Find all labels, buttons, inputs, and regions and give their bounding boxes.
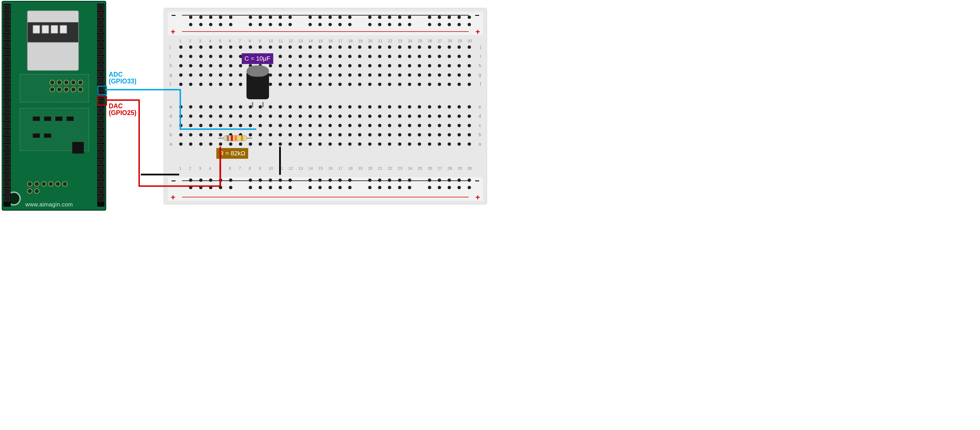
col-num-top: 30 bbox=[468, 38, 472, 43]
col-num-bottom: 26 bbox=[428, 166, 433, 171]
col-num-bottom: 18 bbox=[348, 166, 353, 171]
col-num-top: 28 bbox=[448, 38, 452, 43]
col-num-bottom: 17 bbox=[338, 166, 343, 171]
row-letter: i bbox=[170, 54, 171, 59]
col-num-top: 5 bbox=[219, 38, 221, 43]
row-letter: h bbox=[170, 63, 172, 68]
col-num-top: 15 bbox=[318, 38, 323, 43]
col-num-top: 6 bbox=[229, 38, 231, 43]
esp32-board: /* no-op placeholder to keep template-on… bbox=[2, 1, 106, 211]
col-num-bottom: 6 bbox=[229, 166, 231, 171]
col-num-top: 18 bbox=[348, 38, 353, 43]
col-num-bottom: 27 bbox=[438, 166, 442, 171]
col-num-top: 2 bbox=[189, 38, 191, 43]
row-letter: f bbox=[170, 82, 171, 87]
row-letter: a bbox=[170, 142, 172, 147]
row-letter: g bbox=[479, 72, 481, 78]
col-num-bottom: 12 bbox=[288, 166, 293, 171]
col-num-top: 27 bbox=[438, 38, 442, 43]
col-num-bottom: 10 bbox=[269, 166, 273, 171]
row-letter: h bbox=[479, 63, 481, 68]
pin-header-left bbox=[3, 4, 11, 207]
svg-rect-5 bbox=[235, 135, 237, 141]
row-letter: b bbox=[479, 132, 481, 137]
capacitor-label: C = 10µF bbox=[242, 53, 273, 64]
col-num-top: 7 bbox=[239, 38, 241, 43]
col-num-bottom: 1 bbox=[179, 166, 181, 171]
row-letter: d bbox=[479, 113, 481, 119]
col-num-bottom: 13 bbox=[299, 166, 303, 171]
dac-pin-highlight bbox=[97, 96, 107, 106]
col-num-top: 16 bbox=[328, 38, 333, 43]
row-letter: e bbox=[170, 104, 172, 109]
col-num-top: 14 bbox=[309, 38, 313, 43]
col-num-bottom: 5 bbox=[219, 166, 221, 171]
breadboard: − − + + − − + + 112233445566778899101011… bbox=[164, 8, 487, 205]
row-letter: i bbox=[480, 54, 481, 59]
col-num-top: 4 bbox=[209, 38, 211, 43]
dac-name: DAC bbox=[109, 102, 123, 110]
col-num-bottom: 29 bbox=[457, 166, 462, 171]
sd-card-slot bbox=[27, 10, 79, 71]
row-letter: d bbox=[170, 113, 172, 119]
col-num-top: 20 bbox=[368, 38, 373, 43]
col-num-top: 3 bbox=[199, 38, 201, 43]
col-num-top: 25 bbox=[418, 38, 422, 43]
row-letter: j bbox=[170, 45, 171, 50]
col-num-top: 11 bbox=[278, 38, 283, 43]
row-letter: g bbox=[170, 72, 172, 78]
dac-gpio: (GPIO25) bbox=[109, 109, 136, 117]
col-num-bottom: 14 bbox=[309, 166, 313, 171]
capacitor bbox=[247, 66, 269, 102]
col-num-bottom: 15 bbox=[318, 166, 323, 171]
adc-label: ADC (GPIO33) bbox=[109, 71, 136, 85]
col-num-top: 19 bbox=[358, 38, 363, 43]
adc-pin-highlight bbox=[97, 86, 107, 95]
svg-rect-4 bbox=[231, 135, 233, 141]
col-num-top: 26 bbox=[428, 38, 433, 43]
col-num-bottom: 19 bbox=[358, 166, 363, 171]
col-num-bottom: 20 bbox=[368, 166, 373, 171]
col-num-bottom: 4 bbox=[209, 166, 211, 171]
adc-gpio: (GPIO33) bbox=[109, 78, 136, 85]
col-num-top: 1 bbox=[179, 38, 181, 43]
svg-rect-6 bbox=[241, 135, 243, 141]
breadboard-grid: 1122334455667788991010111112121313141415… bbox=[164, 8, 487, 204]
row-letter: b bbox=[170, 132, 172, 137]
svg-rect-3 bbox=[227, 135, 229, 141]
col-num-top: 21 bbox=[378, 38, 383, 43]
col-num-bottom: 30 bbox=[468, 166, 472, 171]
col-num-top: 10 bbox=[269, 38, 273, 43]
col-num-bottom: 7 bbox=[239, 166, 241, 171]
row-letter: a bbox=[479, 142, 481, 147]
col-num-top: 13 bbox=[299, 38, 303, 43]
sd-slot-opening bbox=[28, 22, 78, 43]
col-num-bottom: 11 bbox=[278, 166, 283, 171]
col-num-top: 17 bbox=[338, 38, 343, 43]
col-num-top: 8 bbox=[249, 38, 251, 43]
col-num-top: 22 bbox=[388, 38, 392, 43]
col-num-bottom: 21 bbox=[378, 166, 383, 171]
col-num-bottom: 22 bbox=[388, 166, 392, 171]
row-letter: e bbox=[479, 104, 481, 109]
resistor-label: R = 82kΩ bbox=[216, 148, 248, 159]
col-num-bottom: 23 bbox=[398, 166, 402, 171]
col-num-bottom: 2 bbox=[189, 166, 191, 171]
col-num-top: 12 bbox=[288, 38, 293, 43]
col-num-top: 24 bbox=[408, 38, 412, 43]
col-num-top: 23 bbox=[398, 38, 402, 43]
col-num-top: 29 bbox=[457, 38, 462, 43]
col-num-bottom: 9 bbox=[259, 166, 261, 171]
board-url: www.aimagin.com bbox=[25, 201, 73, 208]
col-num-bottom: 16 bbox=[328, 166, 333, 171]
adc-name: ADC bbox=[109, 71, 123, 78]
col-num-bottom: 8 bbox=[249, 166, 251, 171]
dac-label: DAC (GPIO25) bbox=[109, 102, 136, 116]
row-letter: j bbox=[480, 45, 481, 50]
col-num-bottom: 3 bbox=[199, 166, 201, 171]
row-letter: c bbox=[170, 123, 172, 128]
row-letter: c bbox=[479, 123, 481, 128]
col-num-top: 9 bbox=[259, 38, 261, 43]
col-num-bottom: 24 bbox=[408, 166, 412, 171]
col-num-bottom: 25 bbox=[418, 166, 422, 171]
